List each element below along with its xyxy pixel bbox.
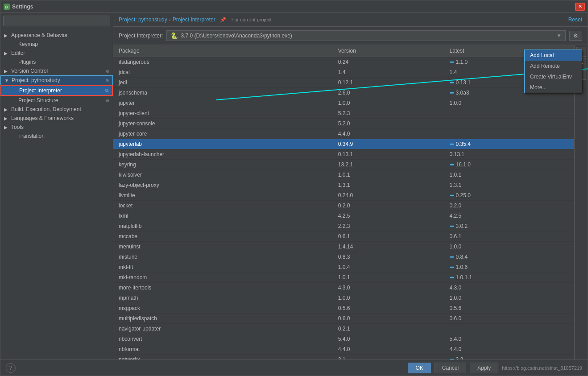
- cell-version: 1.3.1: [333, 180, 444, 190]
- sidebar-item-keymap[interactable]: Keymap: [0, 40, 113, 49]
- table-row[interactable]: mistune0.8.3➡0.8.4: [113, 252, 574, 262]
- cell-package: jupyter-console: [113, 119, 333, 129]
- table-row[interactable]: networkx2.1➡2.2: [113, 355, 574, 360]
- table-row[interactable]: jupyterlab0.34.9➡0.35.4: [113, 139, 574, 149]
- cell-version: 1.4.14: [333, 242, 444, 252]
- table-row[interactable]: msgpack0.5.60.5.6: [113, 303, 574, 314]
- cell-version: 2.1: [333, 355, 444, 360]
- table-row[interactable]: jsonschema2.6.0➡3.0a3: [113, 88, 574, 98]
- table-row[interactable]: jdcal1.41.4: [113, 67, 574, 78]
- table-row[interactable]: jupyter-core4.4.0: [113, 129, 574, 139]
- help-button[interactable]: ?: [6, 363, 16, 373]
- table-row[interactable]: jupyter-console5.2.0: [113, 119, 574, 129]
- arrow-icon: ▶: [4, 125, 9, 130]
- sidebar-item-project-interpreter[interactable]: Project Interpreter ⧉: [0, 85, 113, 96]
- ok-button[interactable]: OK: [408, 363, 431, 373]
- update-arrow-icon: ➡: [450, 254, 454, 260]
- dropdown-item-add-remote[interactable]: Add Remote: [525, 61, 582, 71]
- cell-version: 0.34.9: [333, 139, 444, 149]
- cell-package: keyring: [113, 160, 333, 170]
- right-panel: Project: pythonstudy › Project Interpret…: [113, 13, 588, 359]
- table-row[interactable]: lazy-object-proxy1.3.11.3.1: [113, 180, 574, 190]
- breadcrumb-project[interactable]: Project: pythonstudy: [119, 17, 167, 23]
- sidebar-item-project-structure[interactable]: Project Structure ⊕: [0, 96, 113, 105]
- table-row[interactable]: keyring13.2.1➡16.1.0: [113, 160, 574, 170]
- table-row[interactable]: jupyterlab-launcher0.13.10.13.1: [113, 149, 574, 160]
- sidebar-item-label: Build, Execution, Deployment: [11, 106, 81, 112]
- table-row[interactable]: mkl-fft1.0.4➡1.0.6: [113, 262, 574, 273]
- reset-button[interactable]: Reset: [568, 17, 582, 23]
- table-row[interactable]: jedi0.12.1➡0.13.1: [113, 78, 574, 88]
- dropdown-item-create-virtualenv[interactable]: Create VirtualEnv: [525, 71, 582, 82]
- cell-latest: ➡0.35.4: [444, 139, 574, 149]
- table-row[interactable]: kiwisolver1.0.11.0.1: [113, 170, 574, 180]
- table-row[interactable]: nbformat4.4.04.4.0: [113, 344, 574, 355]
- table-row[interactable]: matplotlib2.2.3➡3.0.2: [113, 221, 574, 231]
- sidebar-item-build[interactable]: ▶ Build, Execution, Deployment: [0, 105, 113, 114]
- sidebar-item-tools[interactable]: ▶ Tools: [0, 123, 113, 132]
- package-table-container: Package Version Latest itsdangerous0.24➡…: [113, 45, 574, 359]
- sidebar-item-version-control[interactable]: ▶ Version Control ⊕: [0, 66, 113, 75]
- table-row[interactable]: navigator-updater0.2.1: [113, 324, 574, 334]
- table-row[interactable]: itsdangerous0.24➡1.1.0: [113, 57, 574, 67]
- cell-version: 2.2.3: [333, 221, 444, 231]
- cell-package: locket: [113, 201, 333, 211]
- dropdown-item-add-local[interactable]: Add Local: [525, 50, 582, 61]
- interpreter-path: 3.7.0 (D:\Users\lenovo\Anaconda3\python.…: [181, 33, 292, 39]
- cell-latest: 4.4.0: [444, 344, 574, 355]
- arrow-icon: ▼: [4, 78, 10, 83]
- cell-package: msgpack: [113, 303, 333, 314]
- table-row[interactable]: multipledispatch0.6.00.6.0: [113, 314, 574, 324]
- cell-package: jupyter: [113, 98, 333, 108]
- sidebar-item-translation[interactable]: Translation: [0, 132, 113, 140]
- table-row[interactable]: menuinst1.4.141.0.0: [113, 242, 574, 252]
- table-row[interactable]: locket0.2.00.2.0: [113, 201, 574, 211]
- cell-latest: 1.3.1: [444, 180, 574, 190]
- table-row[interactable]: more-itertools4.3.04.3.0: [113, 283, 574, 293]
- search-input[interactable]: [3, 16, 110, 26]
- arrow-icon: ▶: [4, 116, 9, 121]
- sidebar-item-project[interactable]: ▼ Project: pythonstudy ⊕: [0, 75, 113, 85]
- cell-package: mccabe: [113, 231, 333, 242]
- update-arrow-icon: ➡: [450, 223, 454, 229]
- col-package: Package: [113, 45, 333, 57]
- cell-version: 0.13.1: [333, 149, 444, 160]
- sidebar-item-appearance[interactable]: ▶ Appearance & Behavior: [0, 31, 113, 40]
- cell-latest: ➡1.0.1.1: [444, 273, 574, 283]
- table-row[interactable]: mpmath1.0.01.0.0: [113, 293, 574, 303]
- cancel-button[interactable]: Cancel: [435, 363, 466, 373]
- table-row[interactable]: nbconvert5.4.05.4.0: [113, 334, 574, 344]
- cell-version: 2.6.0: [333, 88, 444, 98]
- table-row[interactable]: jupyter1.0.01.0.0: [113, 98, 574, 108]
- cell-version: 1.0.0: [333, 293, 444, 303]
- sidebar-item-languages[interactable]: ▶ Languages & Frameworks: [0, 114, 113, 123]
- table-row[interactable]: lxml4.2.54.2.5: [113, 211, 574, 221]
- close-button[interactable]: ✕: [575, 3, 585, 11]
- sidebar-item-plugins[interactable]: Plugins: [0, 58, 113, 66]
- cell-version: 1.0.1: [333, 273, 444, 283]
- table-row[interactable]: mkl-random1.0.1➡1.0.1.1: [113, 273, 574, 283]
- apply-button[interactable]: Apply: [470, 363, 498, 373]
- dropdown-item-more[interactable]: More...: [525, 82, 582, 93]
- table-row[interactable]: jupyter-client5.2.3: [113, 108, 574, 119]
- breadcrumb: Project: pythonstudy › Project Interpret…: [119, 17, 272, 23]
- table-row[interactable]: llvmlite0.24.0➡0.25.0: [113, 190, 574, 201]
- col-version: Version: [333, 45, 444, 57]
- cell-package: jupyterlab-launcher: [113, 149, 333, 160]
- cell-package: jsonschema: [113, 88, 333, 98]
- update-arrow-icon: ➡: [450, 192, 454, 198]
- arrow-icon: ▶: [4, 69, 9, 74]
- sidebar-item-label: Translation: [18, 133, 45, 139]
- interpreter-settings-btn[interactable]: ⚙: [569, 31, 582, 41]
- interpreter-select[interactable]: 🐍 3.7.0 (D:\Users\lenovo\Anaconda3\pytho…: [166, 30, 566, 41]
- cell-version: 1.4: [333, 67, 444, 78]
- search-box[interactable]: [3, 16, 110, 26]
- dropdown-menu: Add Local Add Remote Create VirtualEnv M…: [524, 50, 582, 93]
- sidebar-item-editor[interactable]: ▶ Editor: [0, 49, 113, 58]
- svg-text:⚙: ⚙: [4, 5, 8, 9]
- app-icon: ⚙: [3, 3, 10, 10]
- cell-latest: 4.3.0: [444, 283, 574, 293]
- cell-latest: 1.0.0: [444, 98, 574, 108]
- table-row[interactable]: mccabe0.6.10.6.1: [113, 231, 574, 242]
- cell-latest: ➡0.8.4: [444, 252, 574, 262]
